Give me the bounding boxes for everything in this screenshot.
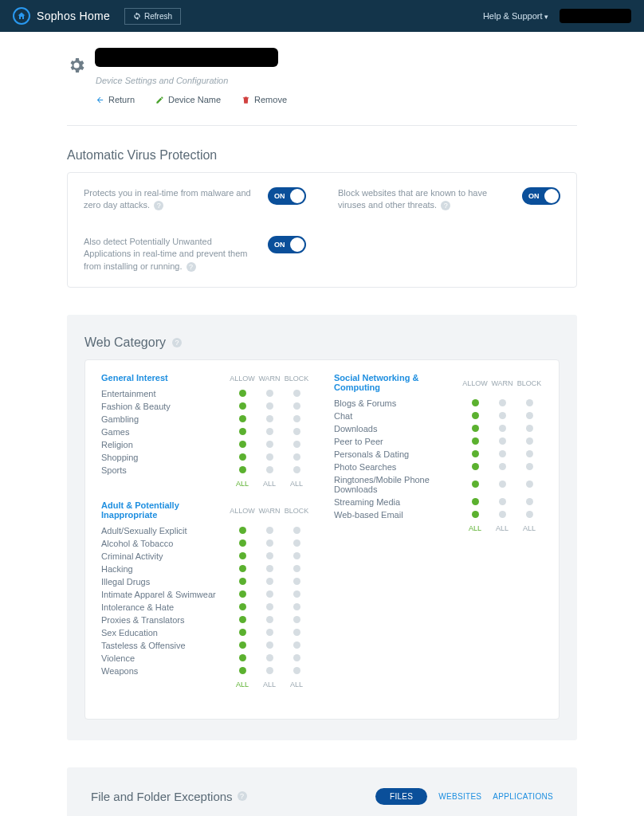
warn-radio[interactable]	[256, 453, 283, 462]
allow-radio[interactable]	[229, 389, 256, 398]
warn-radio[interactable]	[256, 427, 283, 437]
allow-radio[interactable]	[461, 449, 489, 459]
block-radio[interactable]	[283, 602, 310, 612]
warn-radio[interactable]	[256, 414, 283, 424]
warn-radio[interactable]	[489, 462, 516, 472]
all-button[interactable]: ALL	[229, 681, 256, 688]
block-radio[interactable]	[283, 440, 310, 449]
warn-radio[interactable]	[256, 602, 283, 612]
allow-radio[interactable]	[461, 480, 489, 489]
device-name-link[interactable]: Device Name	[155, 95, 221, 104]
help-icon[interactable]: ?	[441, 201, 450, 210]
warn-radio[interactable]	[489, 398, 516, 408]
block-radio[interactable]	[283, 641, 310, 650]
exception-tab-applications[interactable]: APPLICATIONS	[493, 792, 553, 801]
help-icon[interactable]: ?	[187, 262, 196, 272]
all-button[interactable]: ALL	[489, 524, 516, 532]
allow-radio[interactable]	[229, 628, 256, 638]
block-radio[interactable]	[283, 402, 310, 411]
warn-radio[interactable]	[256, 653, 283, 663]
allow-radio[interactable]	[229, 641, 256, 650]
block-radio[interactable]	[283, 590, 310, 599]
block-radio[interactable]	[516, 449, 543, 459]
toggle-on[interactable]: ON	[268, 236, 306, 253]
warn-radio[interactable]	[256, 551, 283, 561]
allow-radio[interactable]	[229, 440, 256, 449]
warn-radio[interactable]	[256, 389, 283, 398]
all-button[interactable]: ALL	[283, 480, 310, 488]
block-radio[interactable]	[283, 389, 310, 398]
warn-radio[interactable]	[256, 526, 283, 536]
allow-radio[interactable]	[461, 398, 489, 408]
allow-radio[interactable]	[229, 590, 256, 599]
block-radio[interactable]	[516, 437, 543, 446]
block-radio[interactable]	[283, 427, 310, 437]
block-radio[interactable]	[283, 526, 310, 536]
exception-tab-websites[interactable]: WEBSITES	[438, 792, 481, 801]
all-button[interactable]: ALL	[256, 480, 283, 488]
allow-radio[interactable]	[229, 577, 256, 586]
warn-radio[interactable]	[489, 411, 516, 421]
block-radio[interactable]	[516, 497, 543, 507]
block-radio[interactable]	[283, 539, 310, 548]
allow-radio[interactable]	[229, 402, 256, 411]
exception-tab-files[interactable]: FILES	[375, 788, 427, 805]
help-icon[interactable]: ?	[154, 201, 163, 210]
toggle-on[interactable]: ON	[522, 187, 560, 205]
allow-radio[interactable]	[461, 510, 489, 520]
allow-radio[interactable]	[229, 653, 256, 663]
warn-radio[interactable]	[489, 437, 516, 446]
all-button[interactable]: ALL	[229, 480, 256, 488]
warn-radio[interactable]	[256, 590, 283, 599]
block-radio[interactable]	[516, 480, 543, 489]
warn-radio[interactable]	[489, 510, 516, 520]
allow-radio[interactable]	[461, 424, 489, 434]
warn-radio[interactable]	[256, 577, 283, 586]
block-radio[interactable]	[283, 465, 310, 475]
warn-radio[interactable]	[489, 449, 516, 459]
allow-radio[interactable]	[461, 462, 489, 472]
remove-link[interactable]: Remove	[242, 95, 287, 104]
allow-radio[interactable]	[229, 615, 256, 625]
allow-radio[interactable]	[229, 414, 256, 424]
allow-radio[interactable]	[229, 564, 256, 574]
block-radio[interactable]	[283, 551, 310, 561]
all-button[interactable]: ALL	[516, 524, 543, 532]
block-radio[interactable]	[283, 653, 310, 663]
allow-radio[interactable]	[229, 453, 256, 462]
block-radio[interactable]	[516, 462, 543, 472]
warn-radio[interactable]	[489, 480, 516, 489]
block-radio[interactable]	[516, 398, 543, 408]
allow-radio[interactable]	[461, 411, 489, 421]
allow-radio[interactable]	[229, 602, 256, 612]
block-radio[interactable]	[516, 411, 543, 421]
help-icon[interactable]: ?	[172, 338, 182, 347]
toggle-on[interactable]: ON	[268, 187, 306, 205]
warn-radio[interactable]	[256, 465, 283, 475]
block-radio[interactable]	[516, 424, 543, 434]
warn-radio[interactable]	[256, 666, 283, 676]
allow-radio[interactable]	[229, 465, 256, 475]
allow-radio[interactable]	[229, 526, 256, 536]
warn-radio[interactable]	[256, 641, 283, 650]
block-radio[interactable]	[283, 615, 310, 625]
block-radio[interactable]	[283, 414, 310, 424]
warn-radio[interactable]	[256, 539, 283, 548]
block-radio[interactable]	[283, 628, 310, 638]
warn-radio[interactable]	[489, 424, 516, 434]
warn-radio[interactable]	[489, 497, 516, 507]
allow-radio[interactable]	[461, 497, 489, 507]
return-link[interactable]: Return	[96, 95, 135, 104]
block-radio[interactable]	[283, 453, 310, 462]
allow-radio[interactable]	[229, 427, 256, 437]
allow-radio[interactable]	[229, 551, 256, 561]
warn-radio[interactable]	[256, 402, 283, 411]
warn-radio[interactable]	[256, 440, 283, 449]
help-icon[interactable]: ?	[238, 791, 247, 801]
block-radio[interactable]	[516, 510, 543, 520]
all-button[interactable]: ALL	[256, 681, 283, 688]
block-radio[interactable]	[283, 564, 310, 574]
logo[interactable]: Sophos Home	[13, 7, 110, 25]
all-button[interactable]: ALL	[283, 681, 310, 688]
allow-radio[interactable]	[229, 539, 256, 548]
